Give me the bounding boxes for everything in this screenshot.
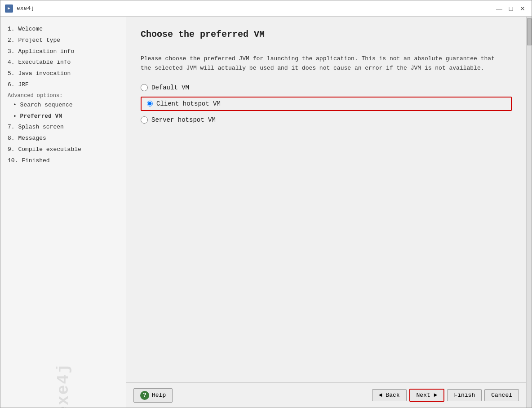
sidebar-item-jre[interactable]: 6. JRE bbox=[6, 80, 120, 91]
radio-label-client-hotspot-vm: Client hotspot VM bbox=[156, 100, 221, 107]
sidebar-item-splash-screen[interactable]: 7. Splash screen bbox=[6, 122, 120, 133]
minimize-button[interactable]: — bbox=[495, 4, 504, 13]
sidebar-item-project-type[interactable]: 2. Project type bbox=[6, 35, 120, 46]
radio-option-client-hotspot-vm-container: Client hotspot VM bbox=[141, 97, 512, 111]
radio-option-server-hotspot-vm[interactable]: Server hotspot VM bbox=[141, 116, 512, 124]
title-bar-left: ▶ exe4j bbox=[5, 4, 34, 13]
scrollbar[interactable] bbox=[526, 17, 532, 408]
main-body: Choose the preferred VM Please choose th… bbox=[126, 17, 526, 382]
app-icon-text: ▶ bbox=[8, 6, 10, 11]
footer-right: ◄ Back Next ► Finish Cancel bbox=[372, 389, 519, 402]
main-panel: Choose the preferred VM Please choose th… bbox=[126, 17, 526, 408]
radio-client-hotspot-vm[interactable] bbox=[147, 101, 153, 106]
scrollbar-thumb bbox=[527, 18, 532, 45]
help-label: Help bbox=[152, 392, 166, 399]
window-title: exe4j bbox=[17, 5, 34, 12]
next-button[interactable]: Next ► bbox=[409, 389, 445, 402]
help-icon: ? bbox=[140, 391, 149, 400]
content-area: 1. Welcome 2. Project type 3. Applicatio… bbox=[0, 17, 532, 408]
vm-radio-group: Default VM Client hotspot VM Server hots… bbox=[141, 84, 512, 124]
sidebar-item-messages[interactable]: 8. Messages bbox=[6, 133, 120, 144]
maximize-button[interactable]: □ bbox=[506, 4, 515, 13]
description: Please choose the preferred JVM for laun… bbox=[141, 54, 512, 73]
title-bar-controls: — □ ✕ bbox=[495, 4, 527, 13]
advanced-options-label: Advanced options: bbox=[6, 92, 120, 100]
sidebar-item-application-info[interactable]: 3. Application info bbox=[6, 46, 120, 58]
sidebar-item-compile-executable[interactable]: 9. Compile executable bbox=[6, 144, 120, 155]
title-bar: ▶ exe4j — □ ✕ bbox=[0, 0, 532, 17]
page-title: Choose the preferred VM bbox=[141, 29, 512, 40]
sidebar-item-java-invocation[interactable]: 5. Java invocation bbox=[6, 68, 120, 80]
sidebar-watermark: exe4j bbox=[54, 363, 72, 408]
sidebar-item-welcome[interactable]: 1. Welcome bbox=[6, 24, 120, 35]
radio-server-hotspot-vm[interactable] bbox=[141, 116, 148, 124]
title-divider bbox=[141, 47, 512, 47]
radio-label-default-vm: Default VM bbox=[151, 84, 189, 91]
footer-left: ? Help bbox=[133, 388, 173, 403]
description-line1: Please choose the preferred JVM for laun… bbox=[141, 55, 495, 62]
sidebar-item-executable-info[interactable]: 4. Executable info bbox=[6, 57, 120, 68]
description-line2: the selected JVM will actually be used a… bbox=[141, 65, 484, 71]
cancel-button[interactable]: Cancel bbox=[484, 389, 519, 401]
footer: ? Help ◄ Back Next ► Finish Cancel bbox=[126, 382, 526, 408]
app-icon: ▶ bbox=[5, 4, 13, 13]
radio-default-vm[interactable] bbox=[141, 84, 148, 91]
close-button[interactable]: ✕ bbox=[518, 4, 527, 13]
main-window: ▶ exe4j — □ ✕ 1. Welcome 2. Project type… bbox=[0, 0, 532, 408]
radio-option-default-vm[interactable]: Default VM bbox=[141, 84, 512, 91]
sidebar-item-search-sequence[interactable]: • Search sequence bbox=[6, 100, 120, 111]
radio-label-server-hotspot-vm: Server hotspot VM bbox=[151, 116, 216, 124]
back-button[interactable]: ◄ Back bbox=[372, 389, 407, 401]
help-button[interactable]: ? Help bbox=[133, 388, 173, 403]
sidebar-item-finished[interactable]: 10. Finished bbox=[6, 155, 120, 167]
sidebar-item-preferred-vm[interactable]: • Preferred VM bbox=[6, 111, 120, 122]
finish-button[interactable]: Finish bbox=[447, 389, 482, 401]
sidebar: 1. Welcome 2. Project type 3. Applicatio… bbox=[0, 17, 126, 408]
